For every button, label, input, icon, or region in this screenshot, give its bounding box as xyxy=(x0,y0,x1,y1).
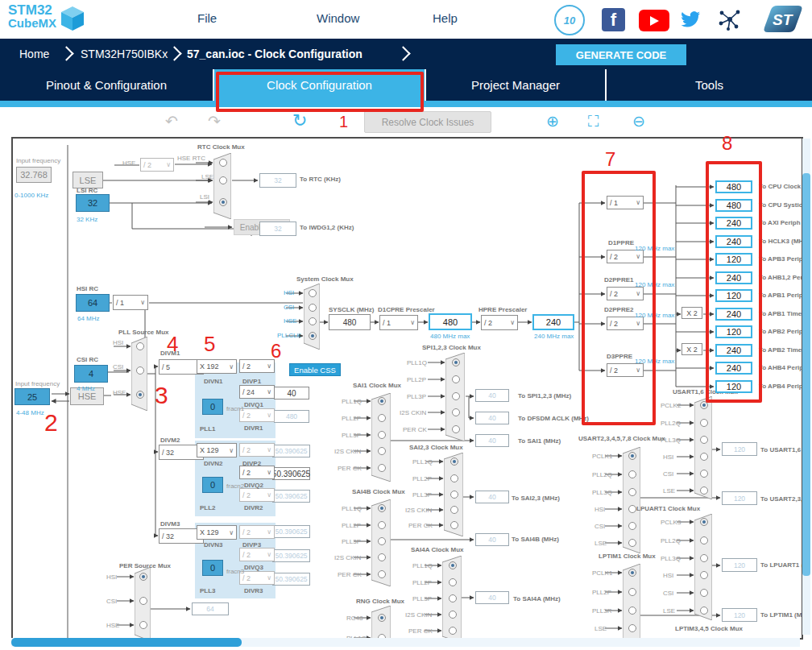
input-frequency-hse[interactable]: 25 xyxy=(14,388,50,405)
hpre-dropdown[interactable]: / 2∨ xyxy=(481,315,518,330)
menu-window[interactable]: Window xyxy=(317,11,359,25)
tab-clock-configuration[interactable]: Clock Configuration xyxy=(214,69,425,101)
divn3-dropdown[interactable]: X 129∨ xyxy=(197,525,237,540)
sai1-clock-mux-option[interactable] xyxy=(378,414,386,422)
usart16-clock-mux-option[interactable] xyxy=(700,453,708,461)
breadcrumb-item[interactable]: Home xyxy=(19,48,49,60)
lsi-rc-value[interactable]: 32 xyxy=(76,194,110,212)
lpuart1-clock-mux-option[interactable] xyxy=(700,536,708,544)
st-logo-icon[interactable]: ST xyxy=(754,2,806,37)
zoom-in-icon[interactable]: ⊕ xyxy=(546,114,559,129)
tab-project-manager[interactable]: Project Manager xyxy=(426,69,605,101)
fit-screen-icon[interactable]: ⛶ xyxy=(588,114,599,129)
lpuart1-clock-mux-option[interactable] xyxy=(700,518,708,526)
breadcrumb-item[interactable]: 57_can.ioc - Clock Configuration xyxy=(187,48,362,60)
sai23-freq[interactable]: 40 xyxy=(475,491,509,503)
usart16-clock-mux-option[interactable] xyxy=(700,470,708,478)
divr3-out[interactable]: 50.390625 xyxy=(272,573,310,586)
iwdg-freq[interactable]: 32 xyxy=(259,221,296,236)
csi-rc-value[interactable]: 4 xyxy=(74,365,108,383)
breadcrumb-item[interactable]: STM32H750IBKx xyxy=(81,48,168,60)
divr2-dropdown[interactable]: / 2∨ xyxy=(239,488,275,502)
usart16-freq[interactable]: 120 xyxy=(722,442,757,456)
divr1-out[interactable]: 480 xyxy=(274,410,309,423)
lptim1-clock-mux-option[interactable] xyxy=(628,588,636,596)
divp3-out[interactable]: 50.390625 xyxy=(272,525,310,538)
output-value-box[interactable]: 120 xyxy=(715,380,752,393)
menu-help[interactable]: Help xyxy=(433,11,458,25)
per-source-mux-option[interactable] xyxy=(139,621,147,629)
sai23-clock-mux-option[interactable] xyxy=(450,521,458,529)
tab-tools[interactable]: Tools xyxy=(607,69,812,101)
usart2345678-clock-mux-option[interactable] xyxy=(628,505,636,513)
divq3-dropdown[interactable]: / 2∨ xyxy=(239,548,275,561)
zoom-out-icon[interactable]: ⊖ xyxy=(632,114,645,129)
sai1-freq[interactable]: 40 xyxy=(475,434,509,447)
output-value-box[interactable]: 120 xyxy=(715,289,752,302)
traceclk-div-dropdown[interactable]: / 1∨ xyxy=(607,196,644,209)
tab-pinout-configuration[interactable]: Pinout & Configuration xyxy=(0,69,213,101)
spi123-clock-mux-option[interactable] xyxy=(452,408,460,416)
rtc-clock-mux-option[interactable] xyxy=(219,198,227,206)
divn2-dropdown[interactable]: X 129∨ xyxy=(197,443,237,457)
sai1-clock-mux-option[interactable] xyxy=(378,397,386,405)
output-value-box[interactable]: 120 xyxy=(715,253,752,266)
usart16-clock-mux-option[interactable] xyxy=(700,401,708,409)
sai23-clock-mux-option[interactable] xyxy=(450,491,458,499)
sai4a-clock-mux-option[interactable] xyxy=(449,611,457,619)
spi123-clock-mux-option[interactable] xyxy=(452,358,460,366)
output-value-box[interactable]: 240 xyxy=(715,217,752,230)
output-value-box[interactable]: 240 xyxy=(715,308,752,321)
sysclk-value[interactable]: 480 xyxy=(329,314,371,330)
output-value-box[interactable]: 240 xyxy=(715,235,752,248)
usart2345678-clock-mux-option[interactable] xyxy=(628,452,636,460)
fracn2-value[interactable]: 0 xyxy=(202,477,223,493)
spi123-freq[interactable]: 40 xyxy=(475,389,509,402)
divp1-dropdown[interactable]: / 2∨ xyxy=(239,359,275,373)
usart2345678-clock-mux-option[interactable] xyxy=(628,488,636,496)
usart2-freq[interactable]: 120 xyxy=(722,491,757,505)
divq1-dropdown[interactable]: / 24∨ xyxy=(239,385,275,399)
network-icon[interactable] xyxy=(717,6,743,32)
divr3-dropdown[interactable]: / 2∨ xyxy=(239,571,275,585)
sai23-clock-mux-option[interactable] xyxy=(450,506,458,514)
pll-source-mux-option[interactable] xyxy=(136,366,144,375)
sai1-clock-mux-option[interactable] xyxy=(378,431,386,439)
resolve-clock-issues-button[interactable]: Resolve Clock Issues xyxy=(364,111,491,133)
sai4b-freq[interactable]: 40 xyxy=(475,533,509,546)
output-value-box[interactable]: 480 xyxy=(715,199,752,212)
system-clock-mux-option[interactable] xyxy=(309,332,317,340)
divr2-out[interactable]: 50.390625 xyxy=(272,490,310,503)
apb1-timer-x2[interactable]: X 2 xyxy=(682,307,702,319)
sai4a-clock-mux-option[interactable] xyxy=(449,594,457,602)
menu-file[interactable]: File xyxy=(197,11,217,25)
lpuart1-clock-mux-option[interactable] xyxy=(700,589,708,597)
refresh-icon[interactable]: ↻ xyxy=(292,112,307,130)
system-clock-mux-option[interactable] xyxy=(309,304,317,312)
rtc-freq[interactable]: 32 xyxy=(259,173,296,188)
pll-source-mux-option[interactable] xyxy=(136,391,144,399)
rng-clock-mux-option[interactable] xyxy=(378,614,386,622)
sai23-clock-mux-option[interactable] xyxy=(450,457,458,466)
lptim1-clock-mux-option[interactable] xyxy=(628,569,636,577)
sai23-clock-mux-option[interactable] xyxy=(450,474,458,482)
lpuart1-clock-mux-option[interactable] xyxy=(700,571,708,579)
system-clock-mux-option[interactable] xyxy=(309,289,317,297)
divn1-dropdown[interactable]: X 192∨ xyxy=(197,359,237,374)
usart16-clock-mux-option[interactable] xyxy=(700,419,708,427)
lptim1-clock-mux-option[interactable] xyxy=(628,607,636,615)
dfsdm-freq[interactable]: 40 xyxy=(475,412,509,424)
sai1-clock-mux-option[interactable] xyxy=(378,464,386,472)
generate-code-button[interactable]: GENERATE CODE xyxy=(556,44,686,65)
spi123-clock-mux-option[interactable] xyxy=(452,375,460,383)
sai4a-clock-mux-option[interactable] xyxy=(449,627,457,635)
per-source-mux-option[interactable] xyxy=(139,573,147,581)
sai4b-clock-mux-option[interactable] xyxy=(378,521,386,529)
enable-css-hse-button[interactable]: Enable CSS xyxy=(289,363,341,376)
lptim1-clock-mux-option[interactable] xyxy=(628,624,636,632)
youtube-icon[interactable] xyxy=(639,10,669,31)
undo-icon[interactable]: ↶ xyxy=(165,114,178,129)
facebook-icon[interactable]: f xyxy=(602,8,625,31)
sai1-clock-mux-option[interactable] xyxy=(378,447,386,455)
sai4b-clock-mux-option[interactable] xyxy=(378,504,386,512)
